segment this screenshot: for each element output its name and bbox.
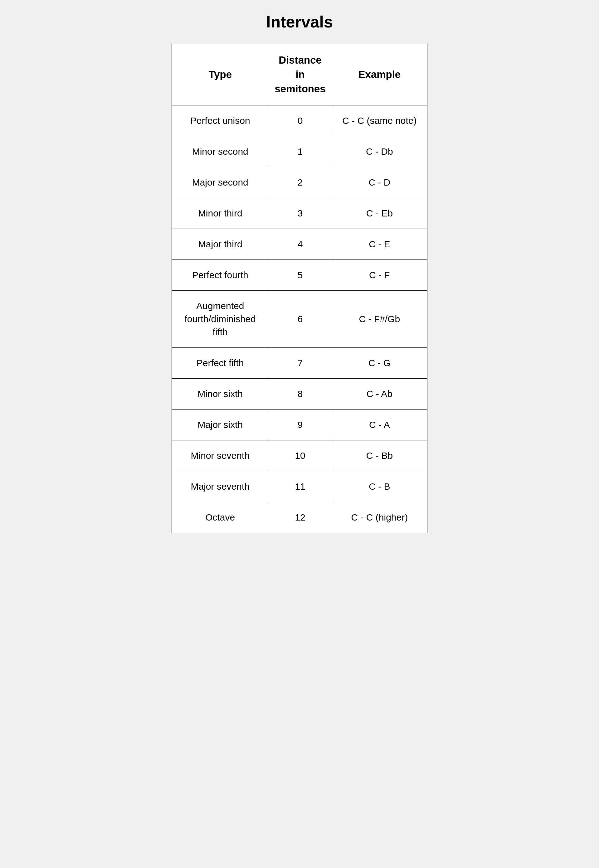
header-type: Type [172,44,268,105]
cell-type: Minor third [172,198,268,228]
intervals-table: Type Distance in semitones Example Perfe… [172,44,427,533]
cell-example: C - Eb [332,198,427,228]
table-row: Minor seventh10C - Bb [172,440,427,471]
table-row: Perfect fourth5C - F [172,260,427,290]
cell-example: C - Bb [332,440,427,471]
page-container: Intervals Type Distance in semitones Exa… [156,12,443,533]
cell-distance: 2 [268,167,332,198]
page-title: Intervals [266,12,333,31]
cell-example: C - C (same note) [332,105,427,136]
table-row: Minor third3C - Eb [172,198,427,228]
cell-distance: 3 [268,198,332,228]
cell-distance: 10 [268,440,332,471]
header-example: Example [332,44,427,105]
cell-distance: 9 [268,409,332,440]
table-row: Minor second1C - Db [172,136,427,167]
cell-example: C - E [332,228,427,260]
table-row: Perfect unison0C - C (same note) [172,105,427,136]
cell-distance: 12 [268,502,332,533]
cell-distance: 7 [268,347,332,378]
cell-type: Perfect unison [172,105,268,136]
cell-example: C - C (higher) [332,502,427,533]
cell-type: Perfect fourth [172,260,268,290]
table-row: Major sixth9C - A [172,409,427,440]
cell-example: C - B [332,471,427,502]
cell-type: Octave [172,502,268,533]
table-row: Perfect fifth7C - G [172,347,427,378]
cell-example: C - A [332,409,427,440]
cell-distance: 11 [268,471,332,502]
cell-example: C - D [332,167,427,198]
cell-type: Minor second [172,136,268,167]
header-distance: Distance in semitones [268,44,332,105]
table-row: Major second2C - D [172,167,427,198]
cell-distance: 1 [268,136,332,167]
cell-type: Perfect fifth [172,347,268,378]
cell-type: Augmented fourth/diminished fifth [172,290,268,347]
table-row: Minor sixth8C - Ab [172,378,427,409]
cell-type: Major second [172,167,268,198]
cell-distance: 4 [268,228,332,260]
cell-type: Minor sixth [172,378,268,409]
table-row: Major seventh11C - B [172,471,427,502]
cell-type: Major third [172,228,268,260]
cell-example: C - Db [332,136,427,167]
table-row: Octave12C - C (higher) [172,502,427,533]
cell-type: Minor seventh [172,440,268,471]
cell-distance: 8 [268,378,332,409]
cell-example: C - Ab [332,378,427,409]
cell-example: C - G [332,347,427,378]
table-row: Major third4C - E [172,228,427,260]
cell-type: Major seventh [172,471,268,502]
cell-distance: 6 [268,290,332,347]
table-header-row: Type Distance in semitones Example [172,44,427,105]
cell-example: C - F#/Gb [332,290,427,347]
table-row: Augmented fourth/diminished fifth6C - F#… [172,290,427,347]
cell-distance: 5 [268,260,332,290]
cell-distance: 0 [268,105,332,136]
cell-type: Major sixth [172,409,268,440]
cell-example: C - F [332,260,427,290]
